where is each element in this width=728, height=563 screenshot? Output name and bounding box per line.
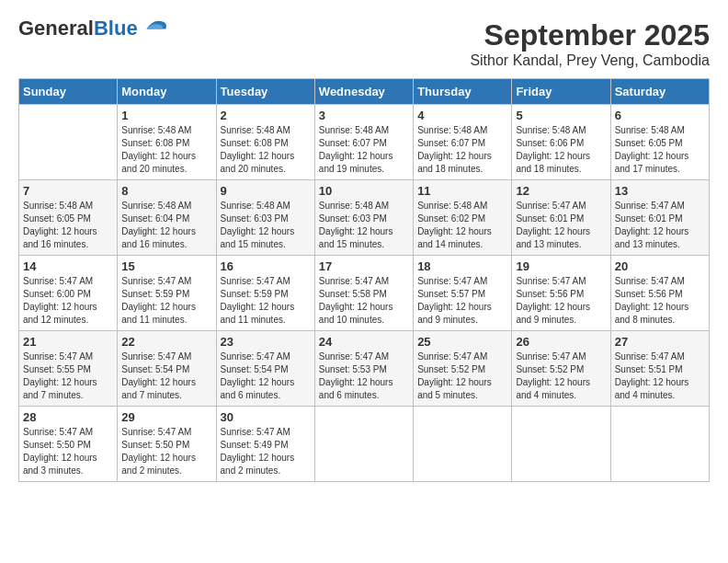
logo-text: GeneralBlue <box>18 18 138 39</box>
calendar-cell: 27Sunrise: 5:47 AM Sunset: 5:51 PM Dayli… <box>610 331 709 407</box>
calendar-week-row: 21Sunrise: 5:47 AM Sunset: 5:55 PM Dayli… <box>19 331 710 407</box>
day-number: 9 <box>221 184 311 198</box>
day-number: 14 <box>23 259 113 273</box>
day-number: 23 <box>221 335 311 349</box>
day-info: Sunrise: 5:47 AM Sunset: 5:56 PM Dayligh… <box>516 275 606 327</box>
header-saturday: Saturday <box>610 79 709 105</box>
day-info: Sunrise: 5:47 AM Sunset: 5:52 PM Dayligh… <box>417 350 507 402</box>
calendar-cell <box>610 407 709 482</box>
calendar-cell: 3Sunrise: 5:48 AM Sunset: 6:07 PM Daylig… <box>314 105 413 180</box>
calendar-cell: 28Sunrise: 5:47 AM Sunset: 5:50 PM Dayli… <box>19 407 118 482</box>
day-info: Sunrise: 5:47 AM Sunset: 5:59 PM Dayligh… <box>221 275 311 327</box>
day-number: 12 <box>516 184 606 198</box>
day-info: Sunrise: 5:47 AM Sunset: 6:01 PM Dayligh… <box>516 200 606 251</box>
logo: GeneralBlue <box>18 18 167 39</box>
calendar-cell: 20Sunrise: 5:47 AM Sunset: 5:56 PM Dayli… <box>610 256 709 331</box>
day-number: 25 <box>417 335 507 349</box>
day-number: 5 <box>516 109 606 122</box>
day-info: Sunrise: 5:47 AM Sunset: 5:50 PM Dayligh… <box>121 426 211 477</box>
day-info: Sunrise: 5:48 AM Sunset: 6:03 PM Dayligh… <box>221 200 311 251</box>
day-number: 7 <box>23 184 113 198</box>
day-number: 16 <box>221 259 311 273</box>
calendar-cell: 24Sunrise: 5:47 AM Sunset: 5:53 PM Dayli… <box>314 331 413 407</box>
day-number: 3 <box>319 109 409 122</box>
day-number: 24 <box>319 335 409 349</box>
day-info: Sunrise: 5:47 AM Sunset: 5:57 PM Dayligh… <box>417 275 507 327</box>
calendar-cell <box>19 105 118 180</box>
calendar-cell: 18Sunrise: 5:47 AM Sunset: 5:57 PM Dayli… <box>414 256 512 331</box>
day-number: 22 <box>121 335 211 349</box>
day-number: 27 <box>615 335 705 349</box>
day-number: 30 <box>221 410 311 424</box>
day-info: Sunrise: 5:47 AM Sunset: 6:00 PM Dayligh… <box>23 275 113 327</box>
day-number: 2 <box>221 109 311 122</box>
calendar-cell <box>314 407 413 482</box>
calendar-cell: 17Sunrise: 5:47 AM Sunset: 5:58 PM Dayli… <box>314 256 413 331</box>
calendar-cell: 6Sunrise: 5:48 AM Sunset: 6:05 PM Daylig… <box>610 105 709 180</box>
calendar-week-row: 14Sunrise: 5:47 AM Sunset: 6:00 PM Dayli… <box>19 256 710 331</box>
day-info: Sunrise: 5:48 AM Sunset: 6:07 PM Dayligh… <box>319 124 409 176</box>
calendar-cell: 30Sunrise: 5:47 AM Sunset: 5:49 PM Dayli… <box>216 407 314 482</box>
title-section: September 2025 Sithor Kandal, Prey Veng,… <box>470 18 710 69</box>
calendar-week-row: 1Sunrise: 5:48 AM Sunset: 6:08 PM Daylig… <box>19 105 710 180</box>
calendar-cell: 15Sunrise: 5:47 AM Sunset: 5:59 PM Dayli… <box>118 256 216 331</box>
day-info: Sunrise: 5:47 AM Sunset: 6:01 PM Dayligh… <box>615 200 705 251</box>
day-number: 15 <box>121 259 211 273</box>
day-info: Sunrise: 5:47 AM Sunset: 5:50 PM Dayligh… <box>23 426 113 477</box>
header-sunday: Sunday <box>19 79 118 105</box>
day-number: 11 <box>417 184 507 198</box>
day-info: Sunrise: 5:48 AM Sunset: 6:08 PM Dayligh… <box>221 124 311 176</box>
calendar-cell: 23Sunrise: 5:47 AM Sunset: 5:54 PM Dayli… <box>216 331 314 407</box>
day-number: 29 <box>121 410 211 424</box>
calendar-cell: 25Sunrise: 5:47 AM Sunset: 5:52 PM Dayli… <box>414 331 512 407</box>
day-number: 4 <box>417 109 507 122</box>
day-info: Sunrise: 5:48 AM Sunset: 6:05 PM Dayligh… <box>23 200 113 251</box>
calendar-cell: 21Sunrise: 5:47 AM Sunset: 5:55 PM Dayli… <box>19 331 118 407</box>
day-number: 13 <box>615 184 705 198</box>
day-number: 1 <box>121 109 211 122</box>
calendar-cell: 16Sunrise: 5:47 AM Sunset: 5:59 PM Dayli… <box>216 256 314 331</box>
day-info: Sunrise: 5:47 AM Sunset: 5:52 PM Dayligh… <box>516 350 606 402</box>
calendar-cell: 1Sunrise: 5:48 AM Sunset: 6:08 PM Daylig… <box>118 105 216 180</box>
day-info: Sunrise: 5:48 AM Sunset: 6:02 PM Dayligh… <box>417 200 507 251</box>
day-number: 6 <box>615 109 705 122</box>
calendar-cell: 26Sunrise: 5:47 AM Sunset: 5:52 PM Dayli… <box>512 331 610 407</box>
day-number: 17 <box>319 259 409 273</box>
day-number: 28 <box>23 410 113 424</box>
calendar-cell: 29Sunrise: 5:47 AM Sunset: 5:50 PM Dayli… <box>118 407 216 482</box>
day-number: 18 <box>417 259 507 273</box>
day-info: Sunrise: 5:48 AM Sunset: 6:06 PM Dayligh… <box>516 124 606 176</box>
day-info: Sunrise: 5:47 AM Sunset: 5:58 PM Dayligh… <box>319 275 409 327</box>
day-number: 21 <box>23 335 113 349</box>
header-wednesday: Wednesday <box>314 79 413 105</box>
header-tuesday: Tuesday <box>216 79 314 105</box>
page-title: September 2025 <box>470 18 710 52</box>
header-friday: Friday <box>512 79 610 105</box>
page-subtitle: Sithor Kandal, Prey Veng, Cambodia <box>470 52 710 69</box>
day-info: Sunrise: 5:47 AM Sunset: 5:51 PM Dayligh… <box>615 350 705 402</box>
calendar-cell <box>512 407 610 482</box>
day-info: Sunrise: 5:47 AM Sunset: 5:54 PM Dayligh… <box>221 350 311 402</box>
calendar-cell: 8Sunrise: 5:48 AM Sunset: 6:04 PM Daylig… <box>118 180 216 256</box>
day-info: Sunrise: 5:48 AM Sunset: 6:04 PM Dayligh… <box>121 200 211 251</box>
calendar-cell: 14Sunrise: 5:47 AM Sunset: 6:00 PM Dayli… <box>19 256 118 331</box>
calendar-cell: 19Sunrise: 5:47 AM Sunset: 5:56 PM Dayli… <box>512 256 610 331</box>
header-thursday: Thursday <box>414 79 512 105</box>
day-info: Sunrise: 5:47 AM Sunset: 5:49 PM Dayligh… <box>221 426 311 477</box>
day-info: Sunrise: 5:47 AM Sunset: 5:59 PM Dayligh… <box>121 275 211 327</box>
calendar-cell: 2Sunrise: 5:48 AM Sunset: 6:08 PM Daylig… <box>216 105 314 180</box>
calendar-cell: 7Sunrise: 5:48 AM Sunset: 6:05 PM Daylig… <box>19 180 118 256</box>
day-number: 20 <box>615 259 705 273</box>
day-info: Sunrise: 5:47 AM Sunset: 5:53 PM Dayligh… <box>319 350 409 402</box>
day-number: 8 <box>121 184 211 198</box>
day-info: Sunrise: 5:48 AM Sunset: 6:08 PM Dayligh… <box>121 124 211 176</box>
day-info: Sunrise: 5:48 AM Sunset: 6:07 PM Dayligh… <box>417 124 507 176</box>
day-info: Sunrise: 5:47 AM Sunset: 5:55 PM Dayligh… <box>23 350 113 402</box>
logo-icon <box>140 17 167 33</box>
calendar-table: SundayMondayTuesdayWednesdayThursdayFrid… <box>18 78 710 482</box>
calendar-cell: 9Sunrise: 5:48 AM Sunset: 6:03 PM Daylig… <box>216 180 314 256</box>
calendar-cell: 4Sunrise: 5:48 AM Sunset: 6:07 PM Daylig… <box>414 105 512 180</box>
day-number: 19 <box>516 259 606 273</box>
calendar-cell: 5Sunrise: 5:48 AM Sunset: 6:06 PM Daylig… <box>512 105 610 180</box>
day-info: Sunrise: 5:47 AM Sunset: 5:54 PM Dayligh… <box>121 350 211 402</box>
